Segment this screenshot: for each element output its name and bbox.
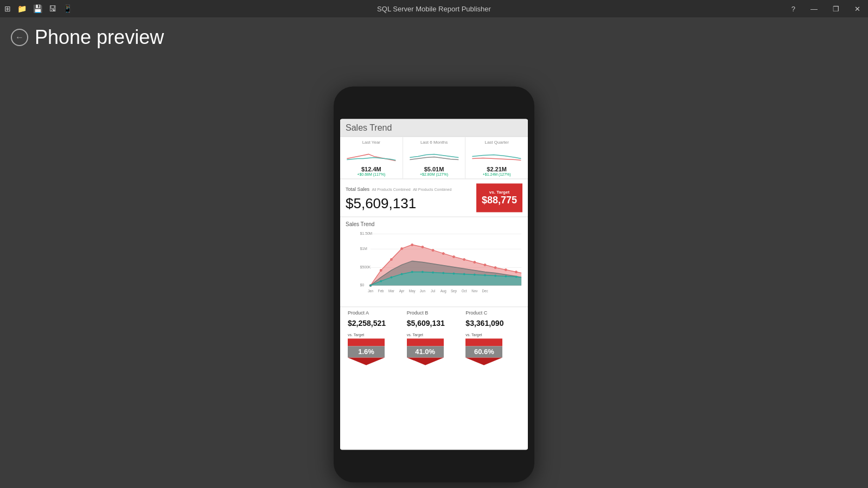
svg-point-14	[422, 246, 424, 248]
svg-point-40	[515, 275, 518, 278]
page-title: Phone preview	[35, 26, 164, 49]
product-b-name: Product B	[407, 310, 462, 316]
mini-chart-last6-delta: +$2.80M (127%)	[406, 172, 462, 176]
svg-text:May: May	[409, 289, 416, 293]
product-c-arrow	[465, 357, 502, 365]
product-a-name: Product A	[348, 310, 403, 316]
svg-point-26	[369, 284, 372, 286]
mini-chart-lastq-svg	[469, 146, 525, 163]
svg-point-28	[390, 276, 392, 278]
svg-text:Nov: Nov	[471, 289, 478, 293]
save-as-icon[interactable]: 🖫	[49, 4, 56, 13]
total-sales-sublabel: All Products Combined	[372, 188, 410, 191]
svg-text:Feb: Feb	[378, 289, 384, 293]
mini-chart-last-year: Last Year $12.4M +$0.68M (117%)	[340, 137, 403, 178]
mini-chart-last-year-svg	[343, 146, 399, 163]
product-a-col: Product A $2,258,521 vs. Target 1.6%	[346, 310, 405, 365]
svg-point-15	[432, 249, 435, 252]
svg-point-19	[473, 261, 476, 264]
help-button[interactable]: ?	[788, 4, 799, 14]
product-c-name: Product C	[465, 310, 520, 316]
folder-icon[interactable]: 📁	[17, 4, 27, 13]
svg-text:Apr: Apr	[399, 289, 405, 293]
mini-chart-last-year-label: Last Year	[343, 140, 399, 145]
total-sales-value: $5,609,131	[346, 195, 471, 212]
svg-point-27	[380, 280, 382, 282]
titlebar-controls: ? — ❐ ✕	[788, 4, 864, 14]
product-c-badge: 60.6%	[465, 346, 502, 357]
svg-point-17	[452, 255, 455, 258]
mini-chart-last-year-value: $12.4M	[343, 166, 399, 172]
svg-point-35	[463, 273, 465, 275]
titlebar: ⊞ 📁 💾 🖫 📱 SQL Server Mobile Report Publi…	[0, 0, 868, 17]
product-b-badge: 41.0%	[407, 346, 444, 357]
product-b-vs-label: vs. Target	[407, 333, 462, 337]
total-sales-section: Total Sales All Products Combined All Pr…	[340, 179, 528, 217]
svg-point-18	[463, 258, 465, 261]
mini-chart-last6-label: Last 6 Months	[406, 140, 462, 145]
svg-point-37	[484, 274, 486, 276]
mini-charts: Last Year $12.4M +$0.68M (117%) Last 6 M…	[340, 137, 528, 179]
svg-point-36	[474, 273, 476, 275]
trend-chart-section: Sales Trend $1.50M $1M $500K $0	[340, 217, 528, 307]
svg-point-39	[505, 275, 507, 277]
svg-point-11	[390, 258, 393, 261]
product-a-badge-wrap: 1.6%	[348, 338, 385, 365]
svg-text:$1.50M: $1.50M	[360, 232, 373, 235]
product-c-col: Product C $3,361,090 vs. Target 60.6%	[463, 310, 522, 365]
products-row: Product A $2,258,521 vs. Target 1.6%	[346, 310, 522, 365]
page-header: ← Phone preview	[0, 17, 868, 57]
product-b-value: $5,609,131	[407, 319, 462, 328]
vs-target-box: vs. Target $88,775	[476, 183, 522, 212]
svg-text:Jul: Jul	[431, 289, 435, 293]
svg-point-30	[411, 271, 413, 273]
svg-point-38	[494, 274, 496, 277]
svg-text:$500K: $500K	[360, 265, 371, 269]
svg-text:Sep: Sep	[451, 289, 457, 293]
trend-chart-svg: $1.50M $1M $500K $0	[346, 229, 522, 300]
product-c-value: $3,361,090	[465, 319, 520, 328]
mini-chart-last6-value: $5.01M	[406, 166, 462, 172]
trend-chart-title: Sales Trend	[346, 221, 522, 227]
back-arrow-icon: ←	[15, 33, 24, 42]
mini-chart-lastq: Last Quarter $2.21M +$1.24M (127%)	[465, 137, 528, 178]
close-button[interactable]: ✕	[851, 4, 864, 14]
svg-point-21	[494, 266, 497, 269]
svg-point-20	[484, 264, 487, 266]
svg-point-34	[453, 272, 455, 274]
svg-text:Dec: Dec	[482, 289, 488, 293]
phone-outer: Sales Trend Last Year $12.4M +$0.6	[334, 86, 534, 482]
svg-point-31	[422, 271, 424, 273]
mini-chart-lastq-delta: +$1.24M (127%)	[469, 172, 525, 176]
svg-point-32	[432, 271, 434, 273]
products-section: Product A $2,258,521 vs. Target 1.6%	[340, 307, 528, 368]
svg-point-12	[400, 247, 403, 250]
minimize-button[interactable]: —	[807, 4, 821, 14]
titlebar-title: SQL Server Mobile Report Publisher	[377, 5, 491, 13]
svg-text:Jun: Jun	[420, 289, 425, 293]
mini-chart-lastq-value: $2.21M	[469, 166, 525, 172]
total-sales-label-row: Total Sales All Products Combined All Pr…	[346, 183, 471, 193]
svg-point-13	[411, 243, 413, 246]
report-content[interactable]: Sales Trend Last Year $12.4M +$0.6	[340, 119, 528, 450]
mini-chart-lastq-label: Last Quarter	[469, 140, 525, 145]
product-c-badge-wrap: 60.6%	[465, 338, 502, 365]
report-header-title: Sales Trend	[346, 123, 522, 133]
mobile-icon[interactable]: 📱	[63, 4, 72, 13]
mini-chart-last6: Last 6 Months $5.01M +$2.80M (127%)	[403, 137, 466, 178]
restore-button[interactable]: ❐	[829, 4, 843, 14]
grid-icon[interactable]: ⊞	[4, 4, 11, 13]
svg-point-10	[380, 269, 382, 272]
svg-text:Aug: Aug	[441, 289, 447, 293]
product-b-arrow	[407, 357, 444, 365]
product-b-col: Product B $5,609,131 vs. Target 41.0%	[405, 310, 464, 365]
save-icon[interactable]: 💾	[33, 4, 42, 13]
svg-point-33	[442, 272, 444, 274]
product-a-badge: 1.6%	[348, 346, 385, 357]
product-a-vs-label: vs. Target	[348, 333, 403, 337]
svg-text:Mar: Mar	[388, 289, 395, 293]
phone-wrapper: Sales Trend Last Year $12.4M +$0.6	[334, 86, 534, 482]
svg-point-22	[505, 268, 507, 271]
product-a-arrow	[348, 357, 385, 365]
back-button[interactable]: ←	[11, 29, 28, 46]
